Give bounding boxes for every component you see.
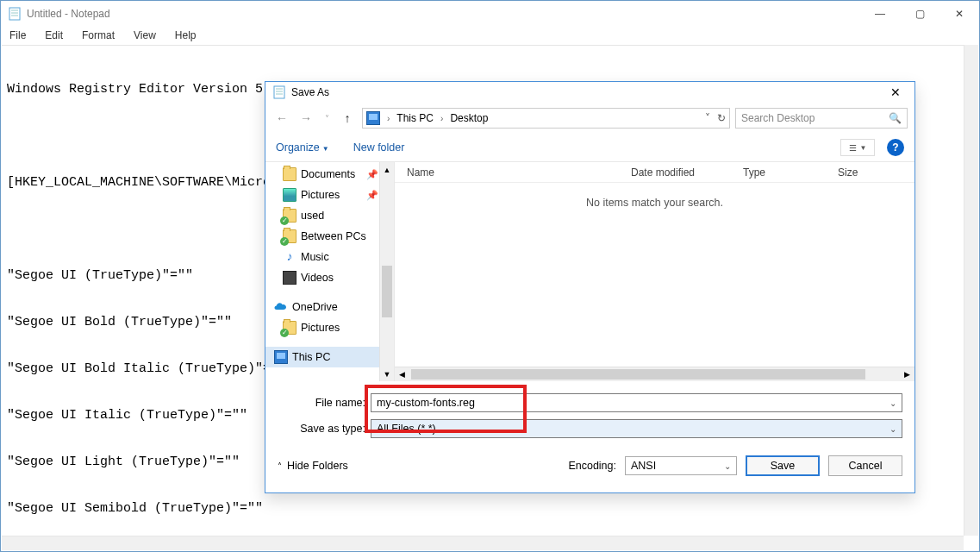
breadcrumb-desktop[interactable]: Desktop xyxy=(450,112,488,124)
chevron-up-icon: ˄ xyxy=(278,461,282,471)
cancel-button[interactable]: Cancel xyxy=(828,455,902,476)
dialog-nav-row: ← → ˅ ↑ › This PC › Desktop ˅ ↻ Search D… xyxy=(265,103,914,134)
address-bar[interactable]: › This PC › Desktop ˅ ↻ xyxy=(362,108,730,129)
vertical-scrollbar[interactable] xyxy=(964,45,978,536)
view-options-button[interactable]: ☰ ▼ xyxy=(840,139,875,156)
dropdown-icon[interactable]: ⌄ xyxy=(724,461,731,471)
refresh-icon[interactable]: ↻ xyxy=(717,112,726,124)
folder-tree: Documents📌 Pictures📌 used Between PCs ♪M… xyxy=(265,162,395,381)
scroll-right-icon[interactable]: ▶ xyxy=(900,367,914,381)
save-as-dialog: Save As ✕ ← → ˅ ↑ › This PC › Desktop ˅ … xyxy=(265,81,915,493)
nav-up-button[interactable]: ↑ xyxy=(338,109,357,128)
scroll-up-icon[interactable]: ▲ xyxy=(380,162,394,177)
svg-rect-0 xyxy=(9,8,20,20)
tree-item-this-pc[interactable]: This PC xyxy=(265,347,394,367)
dialog-bottom-bar: ˄Hide Folders Encoding: ANSI⌄ Save Cance… xyxy=(265,445,914,486)
maximize-button[interactable]: ▢ xyxy=(900,1,939,27)
organize-button[interactable]: Organize▼ xyxy=(276,141,329,154)
column-type[interactable]: Type xyxy=(731,166,826,179)
tree-item-videos[interactable]: Videos xyxy=(265,267,394,288)
minimize-button[interactable]: — xyxy=(860,1,900,27)
pictures-icon xyxy=(283,188,296,202)
menu-file[interactable]: File xyxy=(6,29,29,41)
file-list[interactable]: Name Date modified Type Size No items ma… xyxy=(395,162,914,381)
column-headers: Name Date modified Type Size xyxy=(395,162,914,183)
svg-rect-4 xyxy=(274,86,284,98)
folder-sync-icon xyxy=(283,229,296,243)
chevron-right-icon: › xyxy=(385,114,391,123)
dialog-title: Save As xyxy=(291,86,329,98)
column-date[interactable]: Date modified xyxy=(619,166,731,179)
nav-recent-button[interactable]: ˅ xyxy=(321,114,333,123)
breadcrumb-this-pc[interactable]: This PC xyxy=(396,112,434,124)
search-input[interactable]: Search Desktop 🔍 xyxy=(735,108,908,129)
save-type-label: Save as type: xyxy=(278,423,371,435)
hide-folders-button[interactable]: ˄Hide Folders xyxy=(278,460,348,472)
file-name-row: File name: my-custom-fonts.reg ⌄ xyxy=(278,390,902,416)
search-icon: 🔍 xyxy=(889,112,902,124)
dialog-body: Documents📌 Pictures📌 used Between PCs ♪M… xyxy=(265,162,914,381)
dialog-toolbar: Organize▼ New folder ☰ ▼ ? xyxy=(265,134,914,162)
nav-forward-button[interactable]: → xyxy=(296,109,315,128)
pin-icon: 📌 xyxy=(366,169,378,180)
scroll-left-icon[interactable]: ◀ xyxy=(395,367,409,381)
onedrive-icon xyxy=(274,300,288,314)
scroll-thumb[interactable] xyxy=(382,266,392,317)
save-type-select[interactable]: All Files (*.*) ⌄ xyxy=(371,419,902,438)
encoding-select[interactable]: ANSI⌄ xyxy=(625,456,737,475)
encoding-label: Encoding: xyxy=(568,460,616,472)
videos-icon xyxy=(283,271,296,285)
horizontal-scrollbar[interactable] xyxy=(2,536,964,550)
scroll-thumb[interactable] xyxy=(411,369,865,380)
chevron-right-icon: › xyxy=(439,114,445,123)
menu-format[interactable]: Format xyxy=(78,29,118,41)
dialog-titlebar: Save As ✕ xyxy=(265,82,914,103)
tree-item-pictures-od[interactable]: Pictures xyxy=(265,317,394,338)
save-button[interactable]: Save xyxy=(746,455,820,476)
save-fields: File name: my-custom-fonts.reg ⌄ Save as… xyxy=(265,381,914,445)
this-pc-icon xyxy=(274,350,288,364)
column-size[interactable]: Size xyxy=(826,166,877,179)
folder-sync-icon xyxy=(283,209,296,223)
save-type-row: Save as type: All Files (*.*) ⌄ xyxy=(278,416,902,442)
close-button[interactable]: ✕ xyxy=(939,1,979,27)
tree-item-used[interactable]: used xyxy=(265,205,394,226)
dropdown-icon[interactable]: ⌄ xyxy=(889,398,896,408)
column-name[interactable]: Name xyxy=(395,166,619,179)
dialog-close-button[interactable]: ✕ xyxy=(877,82,914,103)
pin-icon: 📌 xyxy=(366,190,378,201)
list-horizontal-scrollbar[interactable]: ◀ ▶ xyxy=(395,367,914,381)
tree-item-music[interactable]: ♪Music xyxy=(265,247,394,267)
help-button[interactable]: ? xyxy=(887,139,904,156)
notepad-titlebar: Untitled - Notepad — ▢ ✕ xyxy=(1,1,979,27)
file-name-label: File name: xyxy=(278,397,371,409)
scroll-down-icon[interactable]: ▼ xyxy=(380,367,394,381)
empty-message: No items match your search. xyxy=(395,197,914,209)
new-folder-button[interactable]: New folder xyxy=(353,141,405,154)
address-dropdown-icon[interactable]: ˅ xyxy=(705,112,710,124)
sidebar-scrollbar[interactable]: ▲ ▼ xyxy=(379,162,394,381)
notepad-icon xyxy=(272,85,286,99)
notepad-menubar: File Edit Format View Help xyxy=(1,27,979,44)
menu-edit[interactable]: Edit xyxy=(41,29,66,41)
tree-item-between-pcs[interactable]: Between PCs xyxy=(265,226,394,247)
music-icon: ♪ xyxy=(283,250,296,264)
tree-item-pictures[interactable]: Pictures📌 xyxy=(265,185,394,205)
file-name-input[interactable]: my-custom-fonts.reg ⌄ xyxy=(371,393,902,412)
menu-help[interactable]: Help xyxy=(172,29,200,41)
notepad-title: Untitled - Notepad xyxy=(27,8,110,20)
folder-icon xyxy=(283,167,296,181)
tree-item-documents[interactable]: Documents📌 xyxy=(265,164,394,185)
folder-sync-icon xyxy=(283,321,296,335)
window-controls: — ▢ ✕ xyxy=(860,1,979,27)
notepad-icon xyxy=(8,7,22,21)
tree-item-onedrive[interactable]: OneDrive xyxy=(265,297,394,317)
editor-line: "Segoe UI Semibold (TrueType)"="" xyxy=(7,501,973,517)
this-pc-icon xyxy=(366,111,380,125)
menu-view[interactable]: View xyxy=(130,29,159,41)
nav-back-button[interactable]: ← xyxy=(272,109,291,128)
search-placeholder: Search Desktop xyxy=(741,112,815,124)
dropdown-icon[interactable]: ⌄ xyxy=(889,424,896,434)
